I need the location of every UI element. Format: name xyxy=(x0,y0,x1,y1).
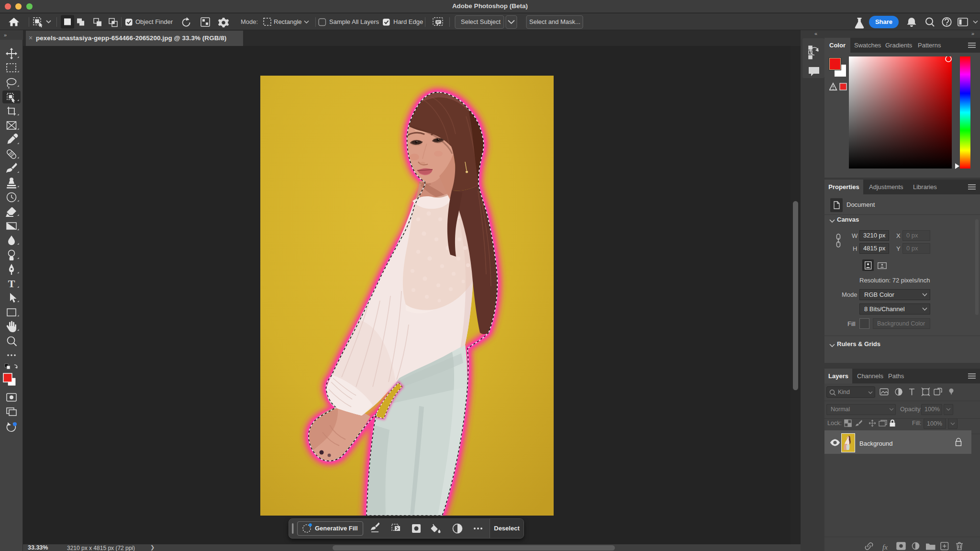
svg-text:T: T xyxy=(8,278,15,290)
svg-text:fx: fx xyxy=(882,543,888,551)
svg-text:»: » xyxy=(4,32,7,38)
